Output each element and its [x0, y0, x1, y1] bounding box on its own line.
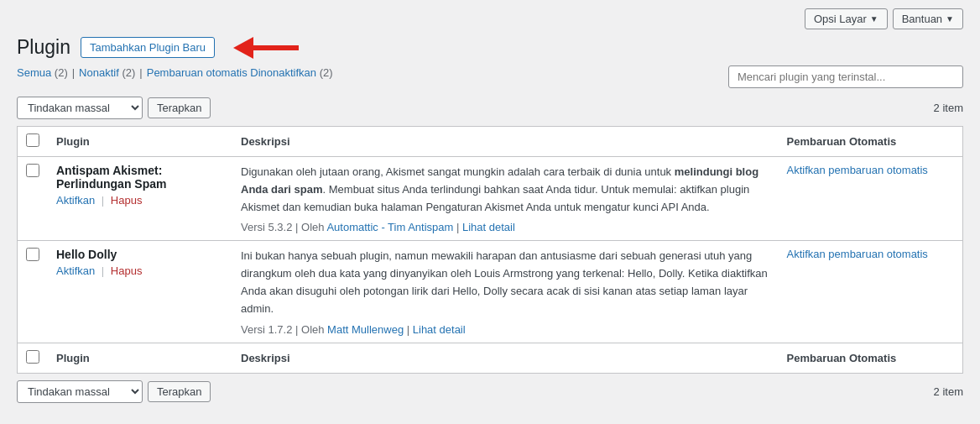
- checkbox-akismet[interactable]: [26, 164, 39, 177]
- plugin-desc-hello-dolly: Ini bukan hanya sebuah plugin, namun mew…: [241, 248, 770, 317]
- arrow-line: [253, 45, 299, 50]
- bantuan-button[interactable]: Bantuan ▼: [893, 8, 963, 29]
- plugin-update-cell-akismet: Aktifkan pembaruan otomatis: [779, 157, 963, 241]
- hapus-link-akismet[interactable]: Hapus: [111, 194, 143, 207]
- filter-nonaktif-count: (2): [122, 66, 135, 79]
- bulk-select-top[interactable]: Tindakan massal: [17, 97, 143, 119]
- table-footer-row: Plugin Deskripsi Pembaruan Otomatis: [18, 343, 963, 373]
- apply-button-top[interactable]: Terapkan: [148, 97, 211, 118]
- aktifkan-link-hello-dolly[interactable]: Aktifkan: [56, 264, 95, 277]
- add-plugin-button[interactable]: Tambahkan Plugin Baru: [81, 37, 215, 58]
- row-check-hello-dolly: [18, 241, 49, 343]
- arrow-indicator: [233, 37, 299, 59]
- col-update-header: Pembaruan Otomatis: [779, 127, 963, 157]
- col-check-header: [18, 127, 49, 157]
- col-plugin-header: Plugin: [48, 127, 232, 157]
- filter-pembaruan-label: Pembaruan otomatis Dinonaktifkan (2): [147, 66, 333, 79]
- col-deskripsi-header: Deskripsi: [232, 127, 779, 157]
- bulk-select-bottom[interactable]: Tindakan massal: [17, 380, 143, 403]
- action-sep: |: [98, 264, 107, 277]
- plugin-name-hello-dolly: Hello Dolly: [56, 248, 224, 261]
- author-link-akismet[interactable]: Automattic - Tim Antispam: [326, 221, 453, 233]
- plugin-desc-akismet: Digunakan oleh jutaan orang, Akismet san…: [241, 164, 770, 216]
- update-link-akismet[interactable]: Aktifkan pembaruan otomatis: [787, 164, 928, 176]
- plugin-name-akismet: Antispam Akismet: Perlindungan Spam: [56, 164, 224, 191]
- search-input[interactable]: [728, 65, 963, 88]
- opsi-layar-button[interactable]: Opsi Layar ▼: [805, 8, 888, 29]
- plugin-table: Plugin Deskripsi Pembaruan Otomatis Anti…: [17, 126, 963, 374]
- table-row: Antispam Akismet: Perlindungan SpamAktif…: [18, 157, 963, 241]
- action-sep: |: [98, 194, 107, 207]
- filter-pembaruan-count: (2): [320, 66, 333, 79]
- filter-pembaruan-link[interactable]: Pembaruan otomatis Dinonaktifkan: [147, 66, 316, 79]
- top-bar: Opsi Layar ▼ Bantuan ▼: [17, 8, 963, 29]
- filter-nonaktif-label: Nonaktif (2): [79, 66, 135, 79]
- plugin-desc-cell-hello-dolly: Ini bukan hanya sebuah plugin, namun mew…: [232, 241, 779, 343]
- item-count-top: 2 item: [934, 102, 963, 114]
- filter-semua-count: (2): [55, 66, 68, 79]
- select-all-checkbox-footer[interactable]: [26, 350, 39, 364]
- plugin-name-cell-akismet: Antispam Akismet: Perlindungan SpamAktif…: [48, 157, 232, 241]
- aktifkan-link-akismet[interactable]: Aktifkan: [56, 194, 95, 207]
- hapus-link-hello-dolly[interactable]: Hapus: [111, 264, 143, 277]
- page-title: Plugin: [17, 36, 70, 59]
- filter-semua-label: Semua (2): [17, 66, 68, 79]
- filter-nonaktif-link[interactable]: Nonaktif: [79, 66, 119, 79]
- actions-bar-bottom: Tindakan massal Terapkan 2 item: [17, 380, 963, 403]
- col-plugin-footer: Plugin: [48, 343, 232, 373]
- item-count-bottom: 2 item: [934, 385, 963, 398]
- table-row: Hello DollyAktifkan | HapusIni bukan han…: [18, 241, 963, 343]
- update-link-hello-dolly[interactable]: Aktifkan pembaruan otomatis: [787, 248, 928, 260]
- chevron-down-icon: ▼: [870, 14, 878, 24]
- plugin-actions-akismet: Aktifkan | Hapus: [56, 194, 224, 207]
- plugin-meta-hello-dolly: Versi 1.7.2 | Oleh Matt Mullenweg | Liha…: [241, 323, 770, 336]
- page-header: Plugin Tambahkan Plugin Baru: [17, 36, 963, 59]
- col-deskripsi-footer: Deskripsi: [232, 343, 779, 373]
- filter-search-row: Semua (2) | Nonaktif (2) | Pembaruan oto…: [17, 65, 963, 88]
- col-update-footer: Pembaruan Otomatis: [779, 343, 963, 373]
- row-check-akismet: [18, 157, 49, 241]
- author-link-hello-dolly[interactable]: Matt Mullenweg: [327, 323, 404, 336]
- search-box: [728, 65, 963, 88]
- plugin-meta-akismet: Versi 5.3.2 | Oleh Automattic - Tim Anti…: [241, 221, 770, 233]
- detail-link-hello-dolly[interactable]: Lihat detail: [413, 323, 466, 336]
- red-arrow: [233, 37, 299, 59]
- plugin-name-cell-hello-dolly: Hello DollyAktifkan | Hapus: [48, 241, 232, 343]
- checkbox-hello-dolly[interactable]: [26, 248, 39, 261]
- apply-button-bottom[interactable]: Terapkan: [148, 381, 211, 402]
- col-check-footer: [18, 343, 49, 373]
- bantuan-label: Bantuan: [902, 13, 942, 25]
- select-all-checkbox[interactable]: [26, 133, 39, 147]
- plugin-actions-hello-dolly: Aktifkan | Hapus: [56, 264, 224, 277]
- sep-2: |: [139, 66, 142, 79]
- table-header-row: Plugin Deskripsi Pembaruan Otomatis: [18, 127, 963, 157]
- sep-1: |: [72, 66, 75, 79]
- actions-left-bottom: Tindakan massal Terapkan: [17, 380, 211, 403]
- filter-bar: Semua (2) | Nonaktif (2) | Pembaruan oto…: [17, 66, 333, 79]
- chevron-down-icon-2: ▼: [946, 14, 954, 24]
- actions-left-top: Tindakan massal Terapkan: [17, 97, 211, 119]
- arrow-head-icon: [233, 37, 253, 59]
- plugin-desc-cell-akismet: Digunakan oleh jutaan orang, Akismet san…: [232, 157, 779, 241]
- filter-semua-link[interactable]: Semua: [17, 66, 51, 79]
- actions-bar-top: Tindakan massal Terapkan 2 item: [17, 97, 963, 119]
- detail-link-akismet[interactable]: Lihat detail: [462, 221, 515, 233]
- plugin-update-cell-hello-dolly: Aktifkan pembaruan otomatis: [779, 241, 963, 343]
- opsi-layar-label: Opsi Layar: [814, 13, 867, 25]
